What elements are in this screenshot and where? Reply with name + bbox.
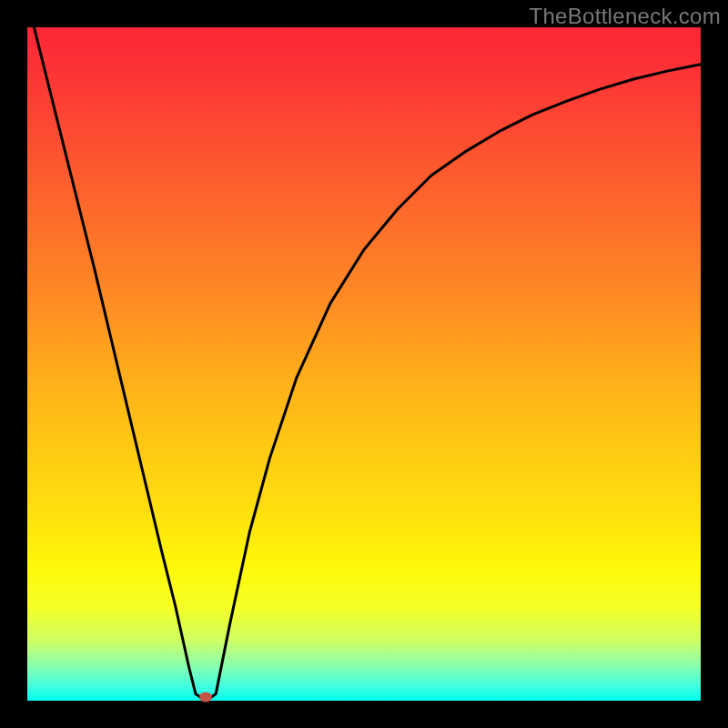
min-point-marker bbox=[199, 693, 212, 703]
plot-area bbox=[27, 27, 701, 701]
watermark-text: TheBottleneck.com bbox=[529, 4, 721, 29]
curve-svg bbox=[27, 27, 701, 701]
chart-frame: TheBottleneck.com bbox=[0, 0, 728, 728]
curve-path bbox=[34, 27, 701, 699]
